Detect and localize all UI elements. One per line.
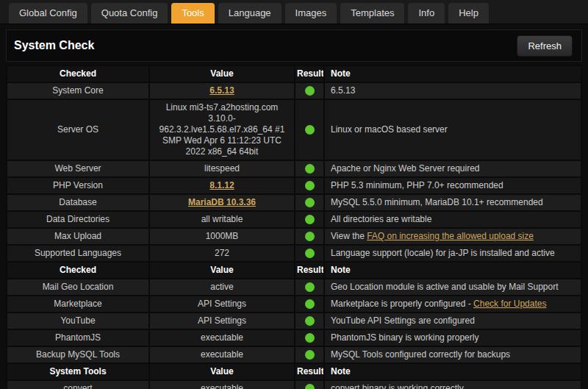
table-row: PHP Version8.1.12PHP 5.3 minimum, PHP 7.… — [7, 177, 581, 194]
result-cell — [295, 313, 324, 329]
column-header-result: Result — [295, 262, 324, 279]
note-link-check-for-updates[interactable]: Check for Updates — [473, 299, 546, 309]
tab-language[interactable]: Language — [218, 3, 282, 24]
value-cell: executable — [149, 329, 295, 346]
section-header-row: System ToolsValueResultNote — [7, 363, 581, 380]
column-header-system-tools: System Tools — [7, 363, 149, 380]
page-title: System Check — [14, 39, 94, 52]
table-row: Data Directoriesall writableAll director… — [7, 211, 581, 228]
note-cell: Apache or Nginx Web Server required — [324, 160, 581, 177]
status-ok-icon — [305, 282, 315, 292]
tab-info[interactable]: Info — [408, 3, 445, 24]
value-cell: 1000MB — [149, 228, 295, 245]
column-header-value: Value — [149, 262, 295, 279]
table-row: YouTubeAPI SettingsYouTube API Settings … — [7, 313, 581, 329]
tab-tools[interactable]: Tools — [171, 3, 214, 24]
note-cell: Geo Location module is active and usable… — [324, 279, 581, 296]
refresh-button[interactable]: Refresh — [517, 35, 573, 57]
table-row: Max Upload1000MBView the FAQ on increasi… — [7, 228, 581, 245]
result-cell — [295, 177, 324, 194]
value-cell: 6.5.13 — [149, 82, 295, 99]
checked-cell: Marketplace — [7, 296, 149, 313]
table-row: Supported Languages272Language support (… — [7, 245, 581, 262]
value-link-8-1-12[interactable]: 8.1.12 — [209, 180, 234, 190]
section-header-row: CheckedValueResultNote — [7, 262, 581, 279]
table-row: DatabaseMariaDB 10.3.36MySQL 5.5.0 minim… — [7, 194, 581, 211]
table-row: System Core6.5.136.5.13 — [7, 82, 581, 99]
column-header-note: Note — [324, 363, 581, 380]
table-row: Server OSLinux mi3-ts7.a2hosting.com 3.1… — [7, 99, 581, 160]
checked-cell: Server OS — [7, 99, 149, 160]
status-ok-icon — [305, 384, 315, 389]
status-ok-icon — [305, 249, 315, 258]
status-ok-icon — [305, 316, 315, 326]
checked-cell: Web Server — [7, 160, 149, 177]
status-ok-icon — [305, 125, 315, 135]
note-cell: Language support (locale) for ja-JP is i… — [324, 245, 581, 262]
note-cell: YouTube API Settings are configured — [324, 313, 581, 329]
result-cell — [295, 296, 324, 313]
tab-help[interactable]: Help — [448, 3, 489, 24]
value-cell: executable — [149, 380, 295, 389]
system-check-table: CheckedValueResultNoteSystem Core6.5.136… — [6, 65, 582, 389]
note-cell: MySQL 5.5.0 minimum, MariaDB 10.1+ recom… — [324, 194, 581, 211]
checked-cell: PHP Version — [7, 177, 149, 194]
status-ok-icon — [305, 198, 315, 207]
column-header-value: Value — [149, 363, 295, 380]
tab-templates[interactable]: Templates — [340, 3, 404, 24]
status-ok-icon — [305, 181, 315, 190]
result-cell — [295, 245, 324, 262]
note-cell: PHP 5.3 minimum, PHP 7.0+ recommended — [324, 177, 581, 194]
note-cell: Marketplace is properly configured - Che… — [324, 296, 581, 313]
checked-cell: Mail Geo Location — [7, 279, 149, 296]
checked-cell: System Core — [7, 82, 149, 99]
value-cell: all writable — [149, 211, 295, 228]
checked-cell: PhantomJS — [7, 329, 149, 346]
value-cell: MariaDB 10.3.36 — [149, 194, 295, 211]
note-cell: 6.5.13 — [324, 82, 581, 99]
note-cell: View the FAQ on increasing the allowed u… — [324, 228, 581, 245]
value-cell: litespeed — [149, 160, 295, 177]
table-row: convertexecutableconvert binary is worki… — [7, 380, 581, 389]
status-ok-icon — [305, 350, 315, 360]
tab-quota-config[interactable]: Quota Config — [91, 3, 168, 24]
checked-cell: Max Upload — [7, 228, 149, 245]
value-cell: 272 — [149, 245, 295, 262]
checked-cell: Backup MySQL Tools — [7, 346, 149, 363]
column-header-checked: Checked — [7, 262, 149, 279]
checked-cell: YouTube — [7, 313, 149, 329]
column-header-note: Note — [324, 65, 581, 82]
result-cell — [295, 228, 324, 245]
tab-global-config[interactable]: Global Config — [9, 3, 87, 24]
note-cell: MySQL Tools configured correctly for bac… — [324, 346, 581, 363]
value-cell: executable — [149, 346, 295, 363]
status-ok-icon — [305, 215, 315, 224]
column-header-checked: Checked — [7, 65, 149, 82]
value-link-mariadb-10-3-36[interactable]: MariaDB 10.3.36 — [188, 197, 256, 207]
value-link-6-5-13[interactable]: 6.5.13 — [209, 85, 234, 96]
column-header-note: Note — [324, 262, 581, 279]
note-link-faq-on-increasing-the-allowed-upload-size[interactable]: FAQ on increasing the allowed upload siz… — [367, 231, 534, 241]
result-cell — [295, 279, 324, 296]
result-cell — [295, 329, 324, 346]
table-row: Web ServerlitespeedApache or Nginx Web S… — [7, 160, 581, 177]
column-header-value: Value — [149, 65, 295, 82]
note-cell: Linux or macOS based server — [324, 99, 581, 160]
status-ok-icon — [305, 232, 315, 241]
table-row: Backup MySQL ToolsexecutableMySQL Tools … — [7, 346, 581, 363]
value-cell: API Settings — [149, 313, 295, 329]
tab-images[interactable]: Images — [285, 3, 337, 24]
checked-cell: Database — [7, 194, 149, 211]
note-cell: All directories are writable — [324, 211, 581, 228]
result-cell — [295, 82, 324, 99]
table-row: MarketplaceAPI SettingsMarketplace is pr… — [7, 296, 581, 313]
result-cell — [295, 194, 324, 211]
table-row: Mail Geo LocationactiveGeo Location modu… — [7, 279, 581, 296]
section-header-row: CheckedValueResultNote — [7, 65, 581, 82]
column-header-result: Result — [295, 65, 324, 82]
system-check-panel-header: System Check Refresh — [6, 29, 582, 62]
status-ok-icon — [305, 299, 315, 309]
content-area: System Check Refresh CheckedValueResultN… — [0, 24, 588, 389]
result-cell — [295, 211, 324, 228]
result-cell — [295, 160, 324, 177]
